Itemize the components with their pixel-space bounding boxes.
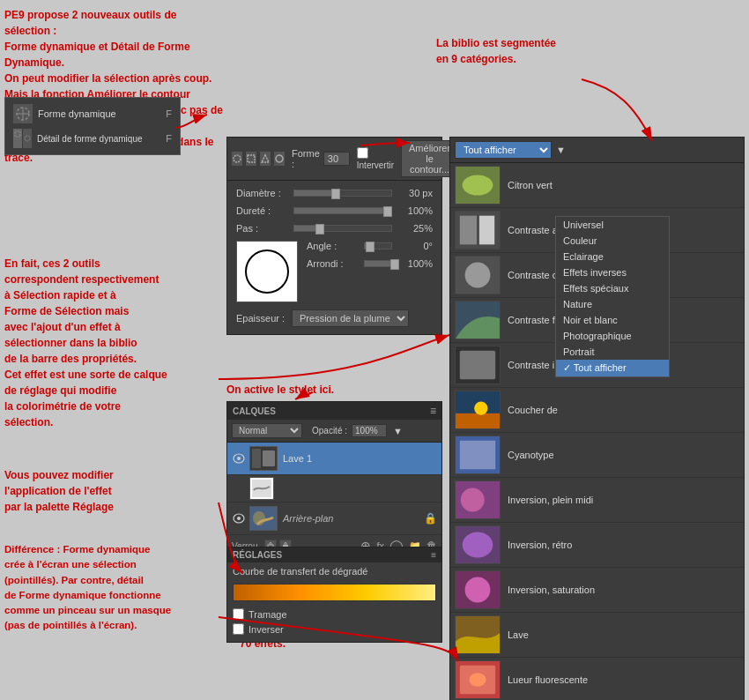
effects-row-0[interactable]: Citron vert	[450, 163, 744, 208]
svg-marker-7	[262, 155, 269, 162]
pas-row: Pas : 25%	[236, 223, 433, 234]
effects-name-0: Citron vert	[508, 180, 552, 190]
reglages-header: RÉGLAGES ≡	[227, 547, 441, 562]
effects-thumb-1	[455, 211, 501, 249]
effects-row-9[interactable]: Inversion, saturation	[450, 568, 744, 613]
reglages-title-label: RÉGLAGES	[233, 550, 282, 560]
dd-photo[interactable]: Photographique	[556, 328, 669, 344]
tramage-checkbox[interactable]	[233, 608, 244, 620]
effects-thumb-2	[455, 256, 501, 294]
dd-portrait[interactable]: Portrait	[556, 344, 669, 360]
svg-rect-34	[460, 351, 495, 380]
effects-thumb-10	[455, 615, 501, 654]
reglages-checks: Tramage Inverser	[227, 605, 441, 642]
forme-value[interactable]	[323, 152, 350, 166]
pas-slider-container: 25%	[293, 223, 433, 234]
calques-opacite-value[interactable]	[352, 424, 387, 437]
calques-layer-lave1[interactable]: Lave 1	[227, 443, 441, 475]
dd-couleur[interactable]: Couleur	[556, 233, 669, 249]
tool-forme-dynamique[interactable]: Forme dynamique F	[9, 101, 176, 126]
effects-name-11: Lueur fluorescente	[508, 674, 588, 685]
epaisseur-select[interactable]: Pression de la plume Fixe Stylet	[292, 309, 409, 327]
brush-icon-3[interactable]	[260, 152, 271, 166]
inverser-row: Inverser	[233, 623, 436, 635]
svg-rect-6	[248, 155, 255, 162]
pas-slider[interactable]	[293, 225, 392, 232]
tool-detail-forme-dynamique[interactable]: Détail de forme dynamique F	[9, 126, 176, 151]
effects-thumb-7	[455, 480, 501, 519]
dd-effets-inv[interactable]: Effets inverses	[556, 264, 669, 280]
effects-thumb-11	[455, 660, 501, 699]
svg-rect-15	[252, 449, 261, 468]
effects-row-5[interactable]: Coucher de	[450, 388, 744, 433]
brush-icon-4[interactable]	[274, 152, 285, 166]
svg-rect-16	[263, 451, 275, 466]
tramage-label: Tramage	[248, 609, 287, 620]
effects-category-select[interactable]: Tout afficher Universel Couleur Eclairag…	[455, 141, 552, 159]
arrondi-slider[interactable]	[364, 260, 392, 267]
pas-label: Pas :	[236, 223, 293, 234]
brush-icon-2[interactable]	[246, 152, 256, 166]
detail-forme-dynamique-key: F	[166, 133, 172, 144]
inverser-label: Inverser	[248, 624, 284, 635]
diametre-slider[interactable]	[293, 190, 392, 197]
intervertir-check[interactable]	[357, 147, 368, 159]
arrondi-slider-container: 100%	[364, 258, 433, 269]
angle-slider-container: 0°	[364, 241, 433, 251]
dd-nb[interactable]: Noir et blanc	[556, 312, 669, 328]
layer-mask-thumb	[249, 477, 274, 500]
brush-settings: Diamètre : 30 px Dureté : 100% Pas :	[227, 181, 441, 334]
calques-mode-select[interactable]: Normal	[232, 423, 302, 438]
dd-tout-afficher[interactable]: ✓ Tout afficher	[556, 360, 669, 376]
effects-name-7: Inversion, plein midi	[508, 495, 593, 505]
dd-effets-spe[interactable]: Effets spéciaux	[556, 280, 669, 296]
annotation-midleft: En fait, ces 2 outils correspondent resp…	[4, 256, 225, 430]
brush-icon-1[interactable]	[232, 152, 242, 166]
svg-point-26	[463, 175, 493, 195]
effects-row-11[interactable]: Lueur fluorescente	[450, 658, 744, 700]
durete-slider-container: 100%	[293, 205, 433, 216]
layer-name-bg: Arrière-plan	[283, 513, 333, 524]
effects-thumb-9	[455, 570, 501, 609]
effects-name-8: Inversion, rétro	[508, 540, 572, 550]
effects-thumb-0	[455, 166, 501, 205]
svg-point-4	[25, 136, 30, 141]
dd-universel[interactable]: Universel	[556, 217, 669, 233]
dd-eclairage[interactable]: Eclairage	[556, 249, 669, 264]
epaisseur-row: Epaisseur : Pression de la plume Fixe St…	[236, 309, 433, 327]
annotation-lowleft: Vous pouvez modifier l'application de l'…	[4, 467, 220, 515]
effects-row-8[interactable]: Inversion, rétro	[450, 523, 744, 568]
calques-header: CALQUES ≡	[227, 402, 441, 420]
epaisseur-label: Epaisseur :	[236, 313, 285, 324]
diametre-value: 30 px	[397, 188, 433, 198]
tools-panel: Forme dynamique F Détail de forme dynami…	[4, 97, 181, 155]
effects-thumb-8	[455, 525, 501, 564]
reglages-panel: RÉGLAGES ≡ Courbe de transfert de dégrad…	[226, 547, 442, 643]
inverser-checkbox[interactable]	[233, 623, 244, 635]
svg-point-5	[234, 155, 241, 162]
effects-row-10[interactable]: Lave	[450, 613, 744, 658]
layer-visibility-lave1[interactable]	[232, 451, 246, 465]
effects-arrow-icon: ▼	[556, 145, 566, 155]
effects-row-7[interactable]: Inversion, plein midi	[450, 478, 744, 523]
svg-point-41	[461, 488, 485, 512]
svg-point-43	[463, 532, 493, 558]
dd-nature[interactable]: Nature	[556, 296, 669, 312]
svg-point-49	[469, 673, 486, 686]
effects-row-6[interactable]: Cyanotype	[450, 433, 744, 478]
angle-row: Angle : 0°	[307, 241, 433, 251]
angle-slider[interactable]	[364, 242, 392, 249]
layer-visibility-bg[interactable]	[232, 511, 246, 525]
durete-slider[interactable]	[293, 207, 392, 214]
calques-toolbar: Normal Opacité : ▼	[227, 420, 441, 443]
calques-opacite-arrow: ▼	[393, 426, 403, 436]
svg-rect-3	[15, 131, 20, 137]
forme-dynamique-label: Forme dynamique	[38, 108, 116, 119]
forme-dynamique-key: F	[166, 108, 172, 119]
svg-rect-36	[456, 413, 500, 428]
layer-arrow-row	[227, 475, 441, 503]
svg-rect-29	[479, 216, 494, 245]
calques-layer-background[interactable]: Arrière-plan 🔒	[227, 503, 441, 535]
calques-panel: CALQUES ≡ Normal Opacité : ▼ Lave 1	[226, 401, 442, 558]
angle-value: 0°	[397, 241, 433, 251]
